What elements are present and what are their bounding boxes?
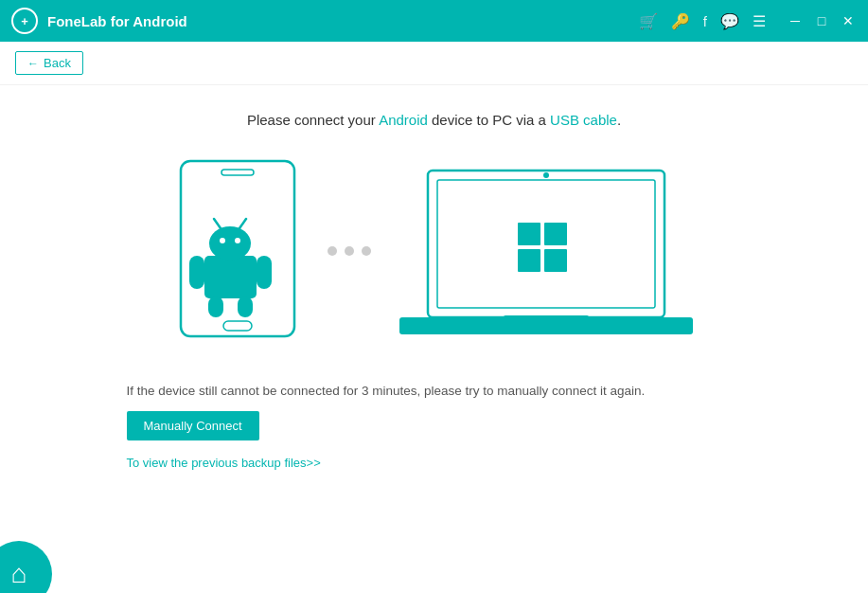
svg-rect-20 [518,249,540,272]
app-logo: + [11,8,38,34]
window-controls: ─ □ ✕ [787,13,857,28]
svg-rect-5 [204,256,257,298]
app-title: FoneLab for Android [47,13,187,29]
svg-rect-4 [223,321,252,331]
svg-rect-18 [518,223,540,245]
key-icon[interactable]: 🔑 [671,12,690,30]
close-button[interactable]: ✕ [840,13,857,28]
phone-illustration [176,156,299,346]
svg-point-6 [209,226,251,261]
svg-line-10 [239,219,246,228]
manually-connect-button[interactable]: Manually Connect [127,411,259,440]
home-icon: ⌂ [11,559,27,589]
connecting-dots [328,246,371,256]
svg-rect-3 [221,170,254,175]
laptop-svg [399,156,693,346]
facebook-icon[interactable]: f [703,13,707,29]
svg-point-7 [220,238,225,243]
illustration [176,156,693,346]
titlebar-left: + FoneLab for Android [11,8,187,34]
svg-rect-13 [208,296,223,317]
menu-icon[interactable]: ☰ [753,12,766,30]
warning-text: If the device still cannot be connected … [127,384,646,398]
back-button[interactable]: ← Back [15,51,83,75]
titlebar: + FoneLab for Android 🛒 🔑 f 💬 ☰ ─ □ ✕ [0,0,868,42]
back-arrow-icon: ← [27,57,39,70]
usb-highlight: USB cable [550,112,617,128]
back-label: Back [44,56,71,70]
svg-point-17 [543,172,549,178]
maximize-button[interactable]: □ [813,13,830,28]
svg-point-8 [235,238,240,243]
chat-icon[interactable]: 💬 [720,12,739,30]
dot-2 [345,246,354,256]
svg-line-9 [214,219,221,228]
main-content: Please connect your Android device to PC… [0,85,868,470]
backup-files-link[interactable]: To view the previous backup files>> [127,456,321,470]
dot-1 [328,246,337,256]
dot-3 [362,246,371,256]
svg-rect-11 [189,256,204,289]
bottom-section: If the device still cannot be connected … [127,384,742,470]
titlebar-right: 🛒 🔑 f 💬 ☰ ─ □ ✕ [639,12,857,30]
connect-instruction: Please connect your Android device to PC… [247,112,621,128]
home-button[interactable]: ⌂ [0,541,52,593]
svg-text:+: + [21,14,28,28]
svg-rect-23 [504,315,589,321]
phone-svg [176,156,299,346]
laptop-illustration [399,156,693,346]
minimize-button[interactable]: ─ [787,13,804,28]
svg-rect-19 [544,223,567,245]
svg-rect-21 [544,249,567,272]
svg-rect-14 [238,296,253,317]
toolbar: ← Back [0,42,868,85]
android-highlight: Android [379,112,428,128]
cart-icon[interactable]: 🛒 [639,12,658,30]
svg-rect-12 [257,256,272,289]
